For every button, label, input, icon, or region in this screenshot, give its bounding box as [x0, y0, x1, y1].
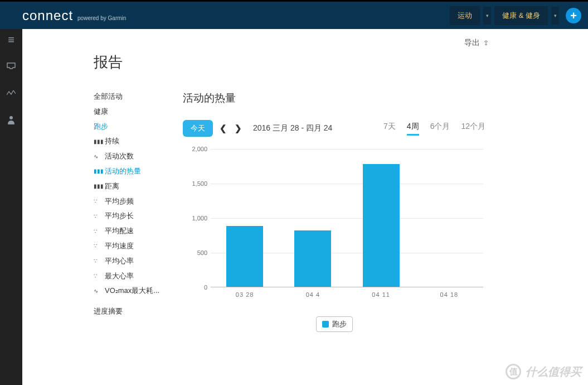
- wave-icon: ∿: [94, 152, 101, 161]
- y-axis-label: 1,000: [188, 215, 207, 222]
- x-axis-label: 03 28: [236, 291, 254, 298]
- y-axis-label: 500: [188, 249, 207, 256]
- sidebar-sub-distance[interactable]: ▮▮▮距离: [94, 181, 183, 192]
- y-axis-label: 1,500: [188, 180, 207, 187]
- sidebar-sub-avg-hr[interactable]: ∵平均心率: [94, 256, 183, 267]
- bar-icon: ▮▮▮: [94, 167, 101, 176]
- prev-arrow[interactable]: ❮: [218, 123, 228, 133]
- dots-icon: ∵: [94, 227, 101, 236]
- legend-label: 跑步: [332, 319, 347, 329]
- date-range: 2016 三月 28 - 四月 24: [253, 123, 332, 133]
- chart-panel: 活动的热量 今天 ❮ ❯ 2016 三月 28 - 四月 24 7天 4周 6个…: [183, 91, 575, 332]
- y-axis-label: 2,000: [188, 146, 207, 152]
- sidebar-item-label: 活动的热量: [105, 166, 141, 177]
- period-selector: 7天 4周 6个月 12个月: [383, 122, 485, 136]
- logo-text: connect: [22, 8, 73, 23]
- activity-icon[interactable]: [6, 88, 16, 98]
- logo: connect powered by Garmin: [22, 8, 126, 23]
- sidebar-item-label: 持续: [105, 136, 119, 147]
- today-button[interactable]: 今天: [183, 120, 213, 137]
- legend-item-running[interactable]: 跑步: [316, 316, 353, 332]
- logo-subtext: powered by Garmin: [77, 15, 126, 21]
- dots-icon: ∵: [94, 257, 101, 266]
- bar[interactable]: [294, 230, 331, 287]
- export-button[interactable]: 导出 ⇪: [464, 38, 489, 48]
- bars-container: 03 2804 404 1104 18: [211, 149, 483, 287]
- bar-slot: 04 18: [415, 149, 483, 287]
- sidebar-item-label: 平均步长: [105, 210, 134, 222]
- period-7d[interactable]: 7天: [383, 122, 396, 136]
- report-sidebar: 全部活动 健康 跑步 ▮▮▮持续 ∿活动次数 ▮▮▮活动的热量 ▮▮▮距离 ∵平…: [94, 91, 183, 332]
- legend-swatch: [322, 321, 329, 328]
- watermark-badge: 值: [506, 364, 521, 379]
- nav-sport-dropdown[interactable]: ▾: [483, 7, 491, 25]
- bar-icon: ▮▮▮: [94, 137, 101, 146]
- period-6m[interactable]: 6个月: [430, 122, 450, 136]
- period-4w[interactable]: 4周: [407, 122, 419, 136]
- wave-icon: ∿: [94, 287, 101, 296]
- svg-point-0: [9, 116, 13, 119]
- next-arrow[interactable]: ❯: [234, 123, 243, 133]
- sidebar-sub-vo2max[interactable]: ∿VO₂max最大耗...: [94, 285, 183, 297]
- sidebar-item-label: 最大心率: [105, 271, 134, 282]
- inbox-icon[interactable]: [6, 61, 16, 71]
- watermark-text: 什么值得买: [526, 364, 581, 379]
- dots-icon: ∵: [94, 212, 101, 221]
- menu-icon[interactable]: ≡: [6, 35, 16, 45]
- export-label: 导出: [464, 38, 480, 47]
- sidebar-sub-stride[interactable]: ∵平均步长: [94, 210, 183, 222]
- sidebar-cat-all[interactable]: 全部活动: [94, 91, 183, 103]
- bar-icon: ▮▮▮: [94, 182, 101, 191]
- sidebar-item-label: 平均步频: [105, 196, 134, 208]
- add-button[interactable]: +: [566, 8, 581, 23]
- header-nav: 运动 ▾ 健康 & 健身 ▾ +: [450, 6, 581, 25]
- profile-icon[interactable]: [6, 115, 16, 125]
- plot-area: 03 2804 404 1104 18: [211, 149, 483, 287]
- watermark: 值 什么值得买: [506, 364, 581, 379]
- dots-icon: ∵: [94, 242, 101, 251]
- sidebar-item-label: 平均配速: [105, 225, 134, 237]
- bar-slot: 04 4: [279, 149, 347, 287]
- bar-chart: 05001,0001,5002,00003 2804 404 1104 18: [188, 145, 483, 301]
- dots-icon: ∵: [94, 272, 101, 281]
- icon-sidebar: ≡: [0, 29, 22, 385]
- x-axis-label: 04 18: [440, 291, 459, 298]
- period-12m[interactable]: 12个月: [461, 122, 485, 136]
- x-axis-label: 04 11: [372, 291, 390, 298]
- export-icon: ⇪: [483, 39, 489, 47]
- page-title: 报告: [94, 52, 575, 72]
- bar[interactable]: [363, 164, 400, 287]
- sidebar-item-label: 活动次数: [105, 151, 134, 162]
- sidebar-sub-cadence[interactable]: ∵平均步频: [94, 196, 183, 208]
- sidebar-item-label: VO₂max最大耗...: [105, 285, 159, 297]
- bar-slot: 04 11: [347, 149, 415, 287]
- sidebar-sub-duration[interactable]: ▮▮▮持续: [94, 136, 183, 147]
- sidebar-item-label: 平均心率: [105, 256, 134, 267]
- x-axis-label: 04 4: [306, 291, 320, 298]
- main-content: 导出 ⇪ 报告 全部活动 健康 跑步 ▮▮▮持续 ∿活动次数 ▮▮▮活动的热量 …: [22, 29, 588, 385]
- sidebar-sub-calories[interactable]: ▮▮▮活动的热量: [94, 166, 183, 177]
- sidebar-sub-speed[interactable]: ∵平均速度: [94, 240, 183, 252]
- dots-icon: ∵: [94, 197, 101, 206]
- sidebar-sub-pace[interactable]: ∵平均配速: [94, 225, 183, 237]
- sidebar-item-label: 距离: [105, 181, 119, 192]
- chart-controls: 今天 ❮ ❯ 2016 三月 28 - 四月 24 7天 4周 6个月 12个月: [183, 120, 485, 137]
- sidebar-progress-summary[interactable]: 进度摘要: [94, 306, 183, 317]
- sidebar-cat-running[interactable]: 跑步: [94, 121, 183, 133]
- nav-health-dropdown[interactable]: ▾: [551, 7, 559, 25]
- nav-sport-button[interactable]: 运动: [450, 6, 480, 25]
- sidebar-cat-health[interactable]: 健康: [94, 106, 183, 118]
- sidebar-sub-max-hr[interactable]: ∵最大心率: [94, 271, 183, 282]
- nav-health-button[interactable]: 健康 & 健身: [494, 6, 548, 25]
- bar-slot: 03 28: [211, 149, 279, 287]
- y-axis-label: 0: [188, 284, 207, 291]
- chart-title: 活动的热量: [183, 91, 485, 105]
- bar[interactable]: [226, 226, 263, 287]
- top-bar: connect powered by Garmin 运动 ▾ 健康 & 健身 ▾…: [0, 0, 588, 29]
- sidebar-item-label: 平均速度: [105, 240, 134, 252]
- sidebar-sub-count[interactable]: ∿活动次数: [94, 151, 183, 162]
- chart-legend: 跑步: [183, 316, 485, 332]
